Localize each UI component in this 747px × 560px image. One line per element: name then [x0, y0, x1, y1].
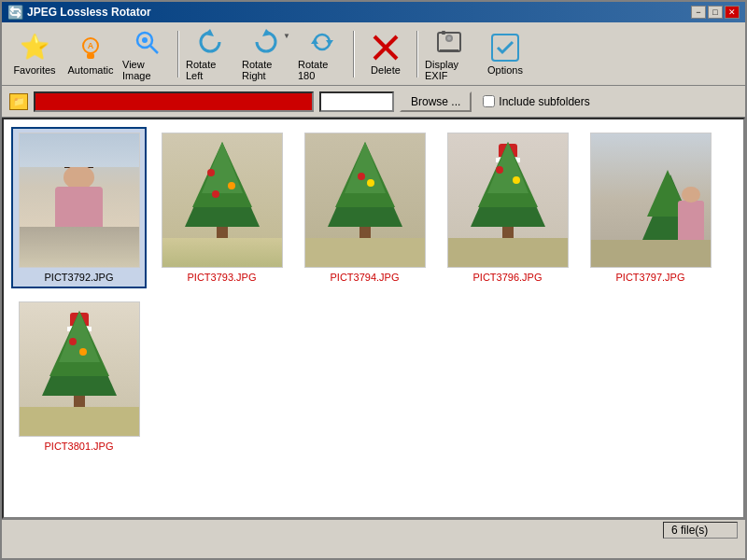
close-button[interactable]: ✕	[725, 6, 740, 19]
display-exif-label: Display EXIF	[425, 59, 473, 81]
automatic-label: Automatic	[68, 64, 114, 76]
decorative	[202, 142, 243, 193]
rotate-left-button[interactable]: Rotate Left	[183, 27, 237, 81]
thumbnail	[19, 301, 140, 437]
svg-rect-15	[440, 49, 458, 51]
decorative	[20, 227, 139, 267]
thumbnail	[304, 133, 426, 268]
thumbnail	[590, 133, 712, 268]
svg-text:A: A	[88, 41, 94, 50]
rotate-left-label: Rotate Left	[186, 59, 234, 81]
file-item[interactable]: PICT3792.JPG	[11, 127, 147, 288]
separator-3	[416, 31, 418, 77]
decorative	[345, 142, 386, 193]
file-name: PICT3794.JPG	[331, 272, 400, 283]
file-item[interactable]: PICT3796.JPG	[440, 127, 575, 288]
decorative	[448, 238, 568, 267]
rotate-right-label: Rotate Right	[242, 59, 290, 81]
view-image-button[interactable]: View Image	[120, 27, 174, 81]
file-item[interactable]: PICT3801.JPG	[11, 296, 147, 457]
file-item[interactable]: PICT3794.JPG	[297, 127, 432, 288]
delete-label: Delete	[371, 64, 401, 76]
exif-icon	[434, 27, 464, 57]
svg-marker-9	[326, 40, 333, 46]
thumbnail	[162, 133, 283, 268]
rotate-180-label: Rotate 180	[298, 59, 346, 81]
photo-preview	[162, 133, 282, 267]
title-bar: 🔄 JPEG Lossless Rotator − □ ✕	[2, 2, 745, 22]
delete-icon	[371, 33, 401, 63]
file-count: 6 file(s)	[671, 524, 708, 537]
rotate-180-icon	[307, 27, 337, 57]
maximize-button[interactable]: □	[708, 6, 723, 19]
decorative	[63, 165, 94, 189]
separator-2	[353, 31, 355, 77]
rotate-right-button[interactable]: Rotate Right ▼	[239, 27, 293, 81]
svg-point-14	[447, 36, 451, 40]
rotate-180-button[interactable]: Rotate 180	[295, 27, 349, 81]
favorites-button[interactable]: ⭐ Favorites	[7, 27, 62, 81]
file-name: PICT3797.JPG	[616, 272, 685, 283]
view-icon	[132, 27, 162, 57]
browse-button[interactable]: Browse ...	[400, 91, 472, 112]
decorative	[487, 142, 529, 193]
path-input[interactable]	[34, 91, 314, 112]
thumbnail	[19, 133, 140, 268]
minimize-button[interactable]: −	[691, 6, 706, 19]
file-name: PICT3793.JPG	[188, 272, 257, 283]
status-bar: 6 file(s)	[2, 519, 745, 539]
file-item[interactable]: PICT3797.JPG	[583, 127, 718, 288]
decorative	[212, 190, 219, 198]
file-name: PICT3792.JPG	[45, 272, 114, 283]
display-exif-button[interactable]: Display EXIF	[422, 27, 476, 81]
star-icon: ⭐	[20, 33, 49, 63]
photo-preview	[591, 133, 711, 267]
decorative	[59, 311, 100, 362]
address-bar: 📁 Browse ... Include subfolders	[2, 86, 745, 118]
svg-point-4	[142, 37, 148, 43]
decorative	[207, 169, 215, 176]
decorative	[496, 166, 503, 174]
file-name: PICT3801.JPG	[45, 441, 114, 452]
file-count-panel: 6 file(s)	[663, 522, 738, 539]
automatic-button[interactable]: A Automatic	[63, 27, 118, 81]
include-subfolders-label: Include subfolders	[499, 95, 589, 108]
options-button[interactable]: Options	[478, 27, 532, 81]
window-title: JPEG Lossless Rotator	[27, 6, 151, 19]
decorative	[358, 173, 365, 180]
rotate-right-icon	[251, 27, 281, 57]
photo-preview	[20, 302, 139, 436]
auto-icon: A	[76, 33, 106, 63]
decorative	[20, 133, 139, 167]
include-subfolders-checkbox[interactable]	[483, 95, 495, 107]
separator-1	[177, 31, 179, 77]
photo-preview	[305, 133, 425, 267]
decorative	[513, 176, 520, 184]
file-item[interactable]: PICT3793.JPG	[154, 127, 289, 288]
svg-rect-16	[442, 31, 445, 35]
favorites-label: Favorites	[13, 64, 55, 76]
svg-marker-8	[311, 38, 318, 44]
toolbar: ⭐ Favorites A Automatic View Image	[2, 22, 745, 86]
decorative	[69, 338, 77, 345]
options-icon	[490, 33, 520, 63]
decorative	[228, 182, 235, 189]
svg-rect-1	[87, 53, 94, 59]
dropdown-arrow[interactable]: ▼	[283, 32, 290, 40]
path-input-2[interactable]	[319, 91, 394, 112]
decorative	[20, 407, 139, 436]
decorative	[79, 348, 87, 356]
photo-preview	[448, 133, 568, 267]
photo-preview	[20, 133, 139, 267]
decorative	[162, 238, 282, 267]
view-image-label: View Image	[122, 59, 171, 81]
options-label: Options	[487, 64, 523, 76]
decorative	[591, 240, 711, 267]
app-icon: 🔄	[7, 5, 23, 20]
delete-button[interactable]: Delete	[359, 27, 413, 81]
thumbnail	[447, 133, 569, 268]
folder-icon: 📁	[9, 93, 28, 110]
rotate-left-icon	[195, 27, 225, 57]
svg-line-5	[150, 46, 158, 53]
decorative	[305, 238, 425, 267]
